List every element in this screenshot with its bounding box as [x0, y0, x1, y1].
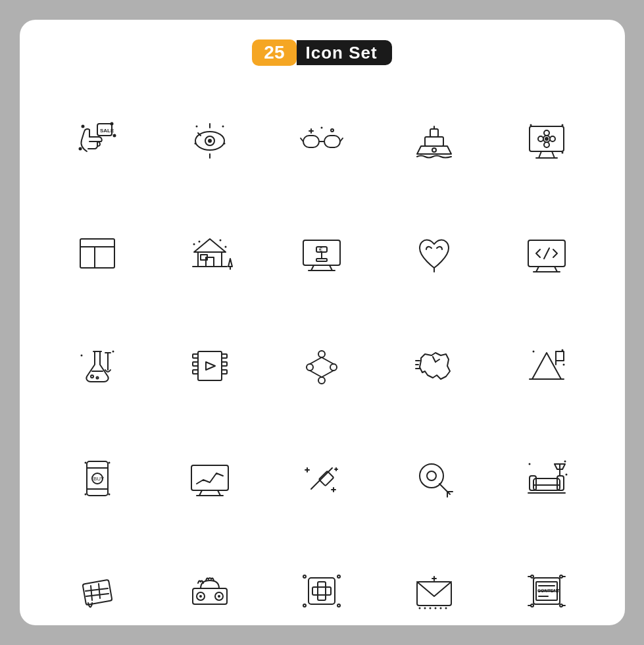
ship-icon	[383, 90, 486, 193]
svg-point-156	[337, 575, 340, 578]
australia-map-icon	[383, 315, 486, 418]
svg-point-49	[198, 241, 200, 243]
monitor-chart-icon	[158, 426, 261, 530]
svg-line-58	[311, 265, 314, 271]
svg-point-35	[544, 142, 549, 147]
svg-rect-26	[430, 129, 438, 137]
pin-tool-icon	[270, 426, 374, 530]
lab-science-icon	[46, 315, 149, 418]
mail-add-icon	[383, 539, 486, 642]
svg-line-96	[435, 359, 439, 362]
svg-line-91	[310, 357, 322, 364]
svg-rect-80	[193, 354, 198, 358]
svg-rect-84	[222, 362, 227, 366]
svg-point-87	[318, 351, 325, 357]
svg-rect-83	[222, 354, 227, 358]
svg-line-67	[536, 267, 539, 272]
svg-point-23	[331, 129, 334, 132]
svg-text:CONTENT: CONTENT	[537, 588, 560, 593]
svg-line-146	[86, 594, 109, 596]
svg-rect-16	[303, 136, 319, 147]
svg-point-165	[435, 607, 437, 609]
svg-text:SALE: SALE	[100, 128, 114, 134]
svg-point-75	[91, 375, 93, 378]
svg-line-95	[433, 357, 435, 362]
svg-line-59	[330, 265, 332, 271]
svg-point-3	[111, 123, 112, 125]
svg-rect-153	[318, 582, 326, 600]
mobile-buy-icon: BUY	[46, 426, 149, 530]
svg-marker-100	[532, 353, 561, 379]
svg-point-104	[562, 349, 564, 351]
svg-point-39	[530, 124, 532, 126]
svg-rect-42	[80, 239, 114, 268]
svg-point-103	[533, 351, 535, 353]
eye-vision-icon	[158, 90, 261, 193]
svg-rect-85	[222, 370, 227, 374]
svg-point-15	[223, 143, 225, 145]
code-monitor-icon	[495, 202, 599, 305]
svg-point-36	[538, 136, 543, 142]
svg-rect-81	[193, 362, 198, 366]
svg-point-78	[112, 351, 114, 353]
svg-point-163	[424, 607, 426, 609]
svg-point-40	[562, 124, 564, 126]
mountain-flag-icon	[495, 315, 599, 418]
svg-marker-101	[556, 351, 564, 361]
svg-line-94	[322, 371, 334, 377]
svg-point-158	[337, 604, 340, 607]
svg-text:€: €	[319, 246, 322, 253]
svg-point-41	[562, 152, 564, 154]
main-card: 25 Icon Set SALE	[20, 20, 625, 625]
svg-point-140	[564, 460, 566, 462]
gas-stove-icon	[158, 539, 261, 642]
svg-rect-63	[316, 259, 327, 261]
svg-point-89	[330, 364, 337, 371]
svg-point-162	[419, 607, 421, 609]
svg-line-68	[555, 267, 557, 272]
hospital-icon	[270, 539, 374, 642]
heart-balloon-icon	[383, 202, 486, 305]
svg-point-88	[307, 364, 313, 371]
svg-point-8	[208, 139, 212, 143]
location-search-icon	[383, 426, 486, 530]
svg-point-129	[427, 471, 436, 480]
svg-line-144	[99, 584, 100, 598]
svg-line-143	[91, 586, 92, 600]
svg-point-2	[82, 126, 84, 128]
svg-point-5	[79, 148, 81, 150]
svg-point-157	[303, 604, 306, 607]
svg-point-52	[193, 244, 195, 245]
svg-point-4	[113, 135, 115, 137]
svg-point-34	[544, 130, 549, 136]
chocolate-icon	[46, 539, 149, 642]
svg-line-30	[539, 151, 541, 158]
svg-marker-55	[228, 259, 232, 267]
svg-point-139	[529, 463, 531, 465]
svg-point-38	[545, 137, 549, 141]
svg-point-141	[566, 473, 568, 475]
flower-monitor-icon	[495, 90, 599, 193]
svg-point-151	[218, 595, 220, 598]
svg-line-130	[439, 484, 450, 494]
film-video-icon	[158, 315, 261, 418]
svg-rect-116	[191, 465, 228, 490]
svg-line-31	[552, 151, 555, 158]
svg-point-13	[222, 126, 224, 128]
cabin-snow-icon	[158, 202, 261, 305]
svg-point-164	[430, 607, 432, 609]
icons-grid: SALE	[46, 90, 599, 642]
payment-monitor-icon: €	[270, 202, 374, 305]
svg-point-105	[563, 364, 565, 366]
svg-point-166	[440, 607, 442, 609]
icon-count-badge: 25	[252, 39, 296, 66]
svg-rect-79	[198, 351, 222, 380]
svg-point-90	[318, 377, 325, 384]
svg-rect-154	[312, 587, 331, 595]
room-sofa-icon	[495, 426, 599, 530]
svg-text:BUY: BUY	[93, 476, 105, 482]
svg-point-114	[84, 493, 86, 495]
svg-line-117	[199, 490, 202, 496]
content-icon: CONTENT	[495, 539, 599, 642]
svg-point-12	[195, 126, 197, 128]
